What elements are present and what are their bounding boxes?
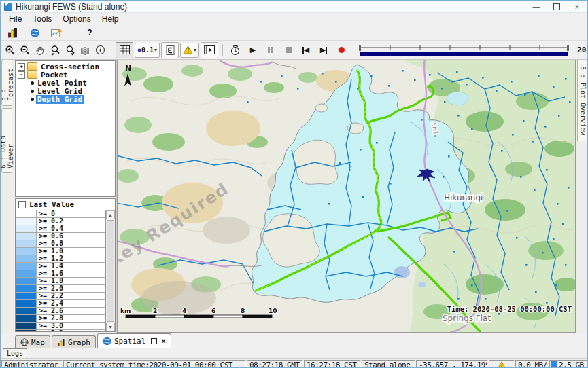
- legend-row-label: >= 2.8: [37, 315, 105, 322]
- globe-icon[interactable]: [27, 25, 43, 40]
- window-title: Hikurangi FEWS (Stand alone): [16, 2, 127, 12]
- last-frame-button[interactable]: ▶: [315, 43, 332, 58]
- contour-interval-value: 0.1: [141, 46, 154, 54]
- town-label: Hikurangi: [444, 193, 483, 202]
- menu-file[interactable]: File: [3, 14, 27, 24]
- legend-color-swatch: [16, 315, 37, 322]
- title-bar: Hikurangi FEWS (Stand alone) — ×: [1, 1, 587, 13]
- tab-spatial[interactable]: Spatial ×: [97, 333, 171, 348]
- thresholds-dropdown[interactable]: ! ▾: [180, 43, 199, 58]
- dock-tab-forecast[interactable]: 5 : Forecast: [1, 60, 12, 106]
- legend-row-label: >= 0.2: [37, 218, 105, 225]
- legend-row[interactable]: >= 3.2: [16, 330, 105, 331]
- tab-maximize-icon[interactable]: [151, 338, 157, 344]
- svg-text:km: km: [120, 308, 131, 314]
- toolbar-separator: [111, 44, 111, 56]
- zoom-out-button[interactable]: [18, 43, 32, 58]
- animation-speed-icon[interactable]: [227, 43, 243, 58]
- map-view[interactable]: N API Key Required Hikurangi Springs Fla…: [117, 60, 576, 333]
- maximize-icon: [553, 3, 560, 10]
- zoom-in-button[interactable]: [3, 43, 17, 58]
- time-slider[interactable]: [358, 43, 572, 57]
- tree-item-level-grid[interactable]: Level Grid: [16, 87, 115, 95]
- status-mode: Stand alone: [362, 360, 415, 368]
- menu-bar: File Tools Options Help: [1, 13, 587, 25]
- grid-display-button[interactable]: [116, 42, 133, 58]
- zoom-next-button[interactable]: [63, 43, 77, 58]
- legend-row-label: >= 0.6: [37, 233, 105, 240]
- database-bars-icon[interactable]: [5, 25, 21, 40]
- dock-tab-plot-overview[interactable]: 3 : Plot Overview: [577, 60, 588, 141]
- tree-item-cross-section[interactable]: + Cross-section: [16, 62, 115, 71]
- expand-icon[interactable]: +: [18, 63, 25, 71]
- close-button[interactable]: ×: [567, 1, 587, 12]
- legend-color-swatch: [16, 308, 37, 314]
- legend-color-swatch: [16, 278, 37, 284]
- chevron-down-icon: ▾: [154, 47, 157, 53]
- warning-icon: !: [497, 361, 506, 368]
- menu-help[interactable]: Help: [97, 14, 124, 24]
- first-frame-button[interactable]: ◀: [298, 43, 314, 58]
- record-icon: [339, 47, 345, 53]
- stop-icon: [286, 47, 292, 53]
- minimize-button[interactable]: —: [526, 1, 547, 12]
- tree-item-level-point[interactable]: Level Point: [16, 79, 115, 87]
- scroll-up-icon[interactable]: ▲: [106, 210, 115, 219]
- svg-text:2: 2: [153, 308, 157, 314]
- scroll-down-icon[interactable]: ▼: [106, 323, 115, 331]
- bullet-icon: [31, 90, 34, 93]
- tab-map[interactable]: Map: [15, 335, 50, 348]
- export-animation-button[interactable]: [201, 42, 218, 58]
- legend-color-swatch: [16, 270, 37, 277]
- legend-scrollbar[interactable]: ▲ ▼: [105, 210, 115, 331]
- menu-tools[interactable]: Tools: [27, 14, 57, 24]
- tab-graph-label: Graph: [68, 338, 90, 347]
- bullet-icon: [31, 98, 34, 101]
- help-button[interactable]: ?: [82, 25, 98, 40]
- logs-button[interactable]: Logs: [3, 348, 27, 358]
- legend-color-swatch: [16, 255, 37, 262]
- record-button[interactable]: [333, 43, 349, 58]
- right-dock-strip: 3 : Plot Overview: [576, 60, 588, 333]
- menu-options[interactable]: Options: [57, 14, 96, 24]
- svg-text:8: 8: [241, 308, 245, 314]
- legend-color-swatch: [16, 293, 37, 299]
- memory-meter: [551, 361, 557, 368]
- status-gmt-time: 08:27:18 GMT: [247, 360, 303, 368]
- status-system-time: Current system time:2020-09-01 00:00 CST: [63, 360, 246, 368]
- pan-hand-button[interactable]: [33, 43, 47, 58]
- tree-item-depth-grid[interactable]: Depth Grid: [16, 95, 115, 103]
- last-value-checkbox[interactable]: [18, 201, 26, 208]
- stop-button[interactable]: [280, 43, 296, 58]
- legend-row-label: >= 1.4: [37, 263, 105, 270]
- legend-row-label: >= 3.0: [37, 323, 105, 329]
- tree-item-pocket[interactable]: - Pocket: [16, 71, 115, 79]
- timeseries-chart-icon[interactable]: [48, 25, 65, 40]
- legend-color-swatch: [16, 300, 37, 307]
- pause-button[interactable]: [262, 43, 279, 58]
- maximize-button[interactable]: [547, 1, 567, 12]
- contour-interval-dropdown[interactable]: 0.1 ▾: [135, 43, 160, 58]
- legend-row-label: >= 1.2: [37, 255, 105, 262]
- bullet-icon: [31, 81, 34, 85]
- collapse-icon[interactable]: -: [18, 71, 25, 79]
- info-button[interactable]: i: [93, 43, 107, 58]
- zoom-previous-button[interactable]: [48, 43, 62, 58]
- labels-button[interactable]: [161, 42, 179, 58]
- map-canvas[interactable]: N API Key Required Hikurangi Springs Fla…: [118, 60, 575, 332]
- folder-icon: [27, 62, 37, 71]
- pause-icon: [268, 47, 270, 53]
- status-coordinates: -35.657 , 174.199: [416, 360, 488, 368]
- status-warning[interactable]: !: [489, 360, 515, 368]
- time-span-bar: [360, 52, 568, 56]
- dock-tab-data-viewer[interactable]: 6 : Data Viewer: [1, 108, 12, 173]
- tab-graph[interactable]: Graph: [52, 335, 96, 348]
- status-transfer-rate: 0.0 MB/s: [515, 360, 549, 368]
- legend-row-label: >= 3.2: [37, 330, 105, 331]
- map-toolbar: i 0.1 ▾ ! ▾ ▶ ◀ ▶: [1, 41, 587, 60]
- legend-color-swatch: [16, 210, 37, 217]
- layers-button[interactable]: [78, 43, 92, 58]
- tab-close-icon[interactable]: ×: [161, 337, 166, 346]
- play-button[interactable]: ▶: [245, 43, 261, 58]
- scrollbar-thumb[interactable]: [107, 220, 114, 322]
